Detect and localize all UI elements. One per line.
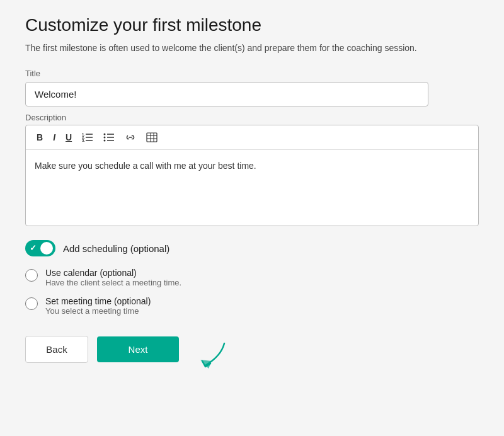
svg-point-9 bbox=[104, 134, 106, 135]
editor-content[interactable]: Make sure you schedule a call with me at… bbox=[26, 150, 478, 226]
description-label: Description bbox=[25, 113, 479, 122]
use-calendar-option[interactable]: Use calendar (optional) Have the client … bbox=[25, 268, 479, 287]
table-button[interactable] bbox=[143, 130, 161, 144]
ordered-list-button[interactable]: 1. 2. 3. bbox=[79, 130, 96, 144]
scheduling-toggle[interactable]: ✓ bbox=[25, 240, 55, 256]
svg-text:3.: 3. bbox=[82, 139, 85, 142]
bold-button[interactable]: B bbox=[33, 130, 46, 144]
italic-button[interactable]: I bbox=[50, 130, 59, 144]
use-calendar-label: Use calendar (optional) bbox=[45, 268, 181, 278]
page-description: The first milestone is often used to wel… bbox=[25, 42, 479, 55]
link-button[interactable] bbox=[122, 131, 139, 144]
editor-toolbar: B I U 1. 2. 3. bbox=[26, 125, 478, 150]
unordered-list-button[interactable] bbox=[100, 130, 118, 144]
svg-point-10 bbox=[104, 137, 106, 139]
use-calendar-sublabel: Have the client select a meeting time. bbox=[45, 278, 181, 287]
svg-rect-12 bbox=[147, 133, 157, 142]
back-button[interactable]: Back bbox=[25, 336, 88, 363]
scheduling-toggle-label: Add scheduling (optional) bbox=[63, 243, 169, 254]
set-meeting-time-sublabel: You select a meeting time bbox=[45, 306, 151, 316]
description-editor: B I U 1. 2. 3. bbox=[25, 125, 479, 226]
set-meeting-time-option[interactable]: Set meeting time (optional) You select a… bbox=[25, 296, 479, 316]
title-input[interactable] bbox=[25, 82, 428, 106]
set-meeting-time-label: Set meeting time (optional) bbox=[45, 296, 151, 306]
svg-point-11 bbox=[104, 140, 106, 142]
underline-button[interactable]: U bbox=[62, 130, 75, 144]
use-calendar-radio[interactable] bbox=[25, 269, 38, 282]
set-meeting-time-radio[interactable] bbox=[25, 297, 38, 310]
next-button[interactable]: Next bbox=[97, 336, 179, 362]
button-row: Back Next bbox=[25, 336, 479, 363]
title-label: Title bbox=[25, 69, 479, 78]
scheduling-options: Use calendar (optional) Have the client … bbox=[25, 268, 479, 316]
scheduling-toggle-row: ✓ Add scheduling (optional) bbox=[25, 240, 479, 256]
page-container: Customize your first milestone The first… bbox=[25, 15, 479, 363]
page-title: Customize your first milestone bbox=[25, 15, 479, 35]
